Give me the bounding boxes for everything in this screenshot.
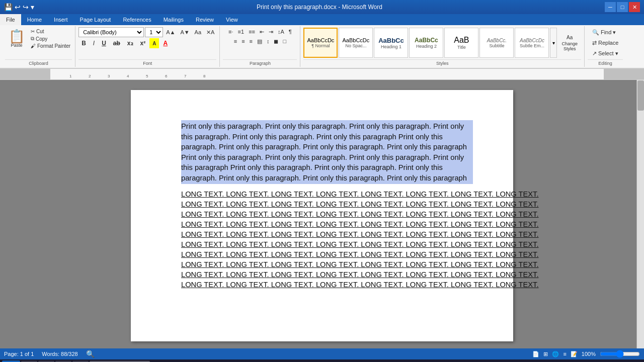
view-print-icon[interactable]: 📄	[532, 351, 539, 357]
styles-scroll-arrow[interactable]: ▾	[550, 28, 557, 58]
document-area: Print only this paragraph. Print only th…	[0, 80, 644, 348]
tab-review[interactable]: Review	[190, 14, 220, 25]
find-icon: 🔍	[592, 29, 599, 36]
ruler-mark-3: 3	[108, 74, 110, 78]
scissors-icon: ✂	[31, 29, 35, 34]
zoom-slider[interactable]	[600, 350, 640, 358]
restore-button[interactable]: □	[617, 2, 628, 12]
borders-button[interactable]: □	[281, 37, 288, 46]
tab-home[interactable]: Home	[21, 14, 48, 25]
highlighted-paragraph[interactable]: Print only this paragraph. Print only th…	[181, 120, 473, 184]
tab-page-layout[interactable]: Page Layout	[74, 14, 117, 25]
show-hide-button[interactable]: ¶	[287, 27, 294, 36]
font-label: Font	[78, 59, 216, 66]
view-draft-icon[interactable]: 📝	[571, 351, 578, 357]
style-subtitle-label: Subtitle	[489, 43, 504, 48]
long-text-line: LONG TEXT. LONG TEXT. LONG TEXT. LONG TE…	[181, 210, 473, 218]
ruler-right-margin	[604, 69, 644, 79]
change-case-button[interactable]: Aa	[193, 28, 203, 37]
style-no-spacing[interactable]: AaBbCcDc No Spac...	[339, 28, 373, 58]
long-text-line: LONG TEXT. LONG TEXT. LONG TEXT. LONG TE…	[181, 240, 473, 248]
select-icon: ↗	[592, 50, 597, 57]
scroll-thumb[interactable]	[637, 80, 644, 111]
save-quick-btn[interactable]: 💾	[4, 3, 13, 11]
ruler-mark-4: 4	[127, 74, 129, 78]
clipboard-label: Clipboard	[5, 59, 72, 66]
decrease-indent-button[interactable]: ⇤	[258, 27, 266, 36]
format-painter-button[interactable]: 🖌 Format Painter	[29, 43, 72, 49]
line-spacing-button[interactable]: ↕	[265, 37, 272, 46]
copy-button[interactable]: ⧉ Copy	[29, 35, 72, 42]
window-controls: ─ □ ✕	[605, 2, 640, 12]
replace-button[interactable]: ⇄ Replace	[588, 38, 623, 48]
multilevel-list-button[interactable]: ≡≡	[247, 27, 257, 36]
justify-button[interactable]: ▤	[255, 37, 264, 46]
select-dropdown-icon: ▾	[615, 50, 618, 57]
shrink-font-button[interactable]: A▼	[178, 28, 191, 37]
tab-view[interactable]: View	[220, 14, 244, 25]
proofing-icon[interactable]: 🔍	[86, 350, 95, 358]
align-center-button[interactable]: ≡	[239, 37, 247, 46]
paste-button[interactable]: 📋 Paste	[5, 27, 28, 50]
ruler-mark-2: 2	[89, 74, 91, 78]
minimize-button[interactable]: ─	[605, 2, 616, 12]
bold-button[interactable]: B	[78, 38, 89, 48]
styles-group-content: AaBbCcDc ¶ Normal AaBbCcDc No Spac... Aa…	[303, 27, 581, 58]
style-subtitle[interactable]: AaBbCc. Subtitle	[479, 28, 514, 58]
clear-format-button[interactable]: ✕A	[204, 28, 216, 37]
font-size-selector[interactable]: 11	[145, 27, 163, 37]
numbering-button[interactable]: ≡1	[236, 27, 247, 36]
undo-quick-btn[interactable]: ↩	[15, 3, 21, 11]
quick-access-toolbar: 💾 ↩ ↪ ▾	[4, 3, 34, 11]
font-name-selector[interactable]: Calibri (Body)	[78, 27, 144, 37]
text-highlight-button[interactable]: A	[149, 38, 159, 48]
cut-button[interactable]: ✂ Cut	[29, 28, 72, 35]
subscript-button[interactable]: x₂	[124, 38, 136, 48]
style-subtle-em-label: Subtle Em...	[520, 43, 544, 48]
strikethrough-button[interactable]: ab	[110, 38, 123, 48]
align-right-button[interactable]: ≡	[248, 37, 255, 46]
style-subtle-em-preview: AaBbCcDc	[520, 38, 544, 43]
long-text-line: LONG TEXT. LONG TEXT. LONG TEXT. LONG TE…	[181, 250, 473, 258]
redo-quick-btn[interactable]: ↪	[23, 3, 29, 11]
bullets-button[interactable]: ≡·	[226, 27, 235, 36]
long-text-line: LONG TEXT. LONG TEXT. LONG TEXT. LONG TE…	[181, 190, 473, 198]
long-text-line: LONG TEXT. LONG TEXT. LONG TEXT. LONG TE…	[181, 281, 473, 289]
view-outline-icon[interactable]: ≡	[563, 351, 566, 357]
paragraph-group-content: ≡· ≡1 ≡≡ ⇤ ⇥ ↕A ¶ ≡ ≡ ≡ ▤ ↕ ◼ □	[223, 27, 297, 58]
ruler-mark-8: 8	[203, 74, 205, 78]
align-left-button[interactable]: ≡	[232, 37, 239, 46]
increase-indent-button[interactable]: ⇥	[267, 27, 275, 36]
customize-quick-btn[interactable]: ▾	[31, 3, 34, 11]
view-fullscreen-icon[interactable]: ⊞	[543, 351, 548, 357]
vertical-scrollbar[interactable]	[636, 80, 644, 348]
close-button[interactable]: ✕	[629, 2, 640, 12]
find-button[interactable]: 🔍 Find ▾	[588, 27, 620, 37]
grow-font-button[interactable]: A▲	[164, 28, 177, 37]
superscript-button[interactable]: x²	[137, 38, 149, 48]
italic-button[interactable]: I	[90, 38, 98, 48]
ribbon-content: 📋 Paste ✂ Cut ⧉ Copy 🖌 Format Painter	[0, 25, 644, 68]
style-heading2[interactable]: AaBbCc Heading 2	[409, 28, 443, 58]
tab-insert[interactable]: Insert	[48, 14, 74, 25]
tab-file[interactable]: File	[0, 14, 21, 25]
view-web-icon[interactable]: 🌐	[552, 351, 559, 357]
shading-button[interactable]: ◼	[272, 37, 280, 46]
clipboard-group-content: 📋 Paste ✂ Cut ⧉ Copy 🖌 Format Painter	[5, 27, 72, 58]
ruler: 1 2 3 4 5 6 7 8	[0, 69, 644, 80]
status-bar-right: 📄 ⊞ 🌐 ≡ 📝 100%	[532, 350, 640, 358]
style-heading1[interactable]: AaBbCc Heading 1	[374, 28, 408, 58]
style-heading2-preview: AaBbCc	[415, 37, 438, 44]
tab-references[interactable]: References	[117, 14, 157, 25]
change-styles-button[interactable]: Aa ChangeStyles	[558, 32, 581, 54]
tab-mailings[interactable]: Mailings	[157, 14, 190, 25]
style-title[interactable]: AaB Title	[444, 28, 478, 58]
font-color-button[interactable]: A	[160, 38, 171, 48]
select-button[interactable]: ↗ Select ▾	[588, 48, 623, 58]
style-normal[interactable]: AaBbCcDc ¶ Normal	[303, 28, 338, 58]
style-subtle-em[interactable]: AaBbCcDc Subtle Em...	[515, 28, 549, 58]
underline-button[interactable]: U	[99, 38, 109, 48]
long-text-container: LONG TEXT. LONG TEXT. LONG TEXT. LONG TE…	[181, 190, 473, 289]
style-subtitle-preview: AaBbCc.	[487, 38, 507, 43]
sort-button[interactable]: ↕A	[276, 27, 286, 36]
